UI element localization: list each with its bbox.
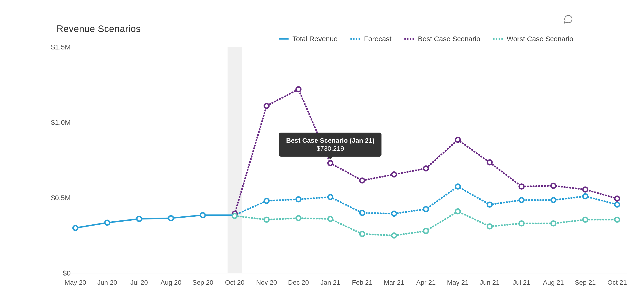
svg-point-14 <box>424 207 428 212</box>
svg-point-33 <box>615 196 620 201</box>
svg-rect-0 <box>228 47 242 273</box>
svg-point-6 <box>200 213 205 218</box>
svg-point-16 <box>487 202 492 207</box>
svg-point-38 <box>360 232 365 236</box>
svg-point-26 <box>392 172 396 177</box>
svg-point-40 <box>424 229 428 233</box>
chart-container: Revenue Scenarios Total Revenue Forecast… <box>0 0 644 292</box>
svg-point-41 <box>456 209 460 214</box>
svg-point-43 <box>519 221 524 226</box>
svg-point-27 <box>424 166 428 171</box>
svg-point-31 <box>551 184 556 188</box>
svg-point-5 <box>169 216 173 220</box>
svg-point-20 <box>615 202 620 207</box>
svg-point-30 <box>519 184 524 189</box>
svg-point-4 <box>137 217 142 221</box>
svg-point-42 <box>487 224 492 229</box>
svg-point-11 <box>328 195 332 200</box>
tooltip-value: $730,219 <box>286 145 374 152</box>
svg-point-17 <box>519 198 524 202</box>
svg-point-35 <box>264 217 269 222</box>
svg-point-19 <box>583 194 588 199</box>
svg-point-22 <box>264 104 269 108</box>
svg-point-28 <box>456 138 460 142</box>
svg-point-44 <box>551 221 556 226</box>
svg-point-18 <box>551 198 556 202</box>
svg-point-10 <box>296 197 301 202</box>
svg-point-15 <box>456 184 460 189</box>
svg-point-46 <box>615 217 620 222</box>
svg-point-37 <box>328 217 332 221</box>
svg-point-25 <box>360 178 365 183</box>
svg-point-23 <box>296 87 301 92</box>
svg-point-9 <box>264 198 269 203</box>
svg-point-45 <box>583 217 588 222</box>
svg-point-2 <box>73 226 78 230</box>
svg-point-36 <box>296 216 301 220</box>
svg-point-12 <box>360 210 365 215</box>
svg-point-32 <box>583 187 588 192</box>
svg-point-3 <box>105 220 110 225</box>
svg-point-34 <box>232 214 237 218</box>
svg-point-39 <box>392 233 396 238</box>
chart-tooltip: Best Case Scenario (Jan 21) $730,219 <box>279 132 382 156</box>
svg-point-13 <box>392 211 396 216</box>
tooltip-title: Best Case Scenario (Jan 21) <box>286 137 374 144</box>
svg-point-29 <box>487 160 492 165</box>
